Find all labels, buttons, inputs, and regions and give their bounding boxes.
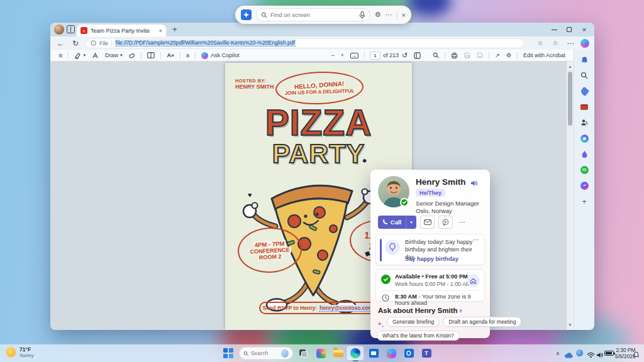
wifi-icon[interactable] (587, 349, 595, 361)
toolbox-icon[interactable] (579, 102, 589, 112)
work-location-home-button[interactable] (467, 274, 480, 287)
ask-copilot-button[interactable]: Ask Copilot (201, 52, 240, 59)
pdf-search-icon[interactable] (433, 52, 439, 58)
highlighter-dropdown-icon[interactable]: ▾ (83, 53, 86, 58)
start-button[interactable] (221, 346, 235, 360)
email-button[interactable] (420, 216, 435, 229)
microphone-icon[interactable] (359, 11, 365, 19)
photos-app-icon[interactable] (314, 346, 328, 360)
notifications-bell-icon[interactable] (579, 55, 589, 65)
birthday-accent-bar (380, 239, 382, 261)
drop-app-icon[interactable] (579, 149, 589, 159)
click-to-do-icon[interactable] (241, 9, 252, 20)
favorites-add-icon[interactable]: ☆ (535, 40, 545, 47)
taskbar-search-input[interactable] (251, 350, 279, 356)
poster-host-name: HENRY SMITH (235, 84, 274, 90)
highlighter-icon[interactable] (74, 52, 81, 59)
tray-chevron-icon[interactable]: ∧ (556, 351, 560, 356)
sidebar-search-icon[interactable] (579, 70, 589, 80)
pronounce-name-icon[interactable] (470, 178, 478, 190)
call-button[interactable]: Call (378, 216, 406, 229)
find-settings-icon[interactable]: ⚙ (375, 11, 381, 19)
profile-avatar-icon[interactable] (54, 25, 64, 35)
scrollbar[interactable]: ▲ ▼ (567, 62, 574, 330)
draw-dropdown-icon[interactable]: ▾ (120, 53, 123, 58)
file-explorer-icon[interactable] (331, 346, 345, 360)
toc-icon[interactable]: ≡ (58, 52, 62, 59)
maximize-button[interactable] (562, 23, 577, 36)
shopping-tag-icon[interactable] (579, 86, 589, 96)
notification-bell-icon[interactable] (633, 349, 640, 361)
person-edit-icon[interactable] (579, 118, 589, 128)
browser-more-icon[interactable]: ⋯ (565, 39, 575, 48)
messenger-icon[interactable] (579, 180, 589, 190)
weather-widget[interactable]: 71°F Sunny (6, 346, 34, 358)
battery-icon[interactable] (604, 351, 614, 356)
save-as-icon (477, 52, 483, 58)
refresh-button[interactable]: ↻ (70, 39, 80, 48)
scroll-up-icon[interactable]: ▲ (569, 63, 572, 70)
call-options-chevron[interactable]: ▾ (406, 216, 416, 229)
suggestion-chip[interactable]: Draft an agenda for meeting (443, 317, 521, 327)
read-aloud-icon[interactable]: A» (167, 52, 174, 58)
birthday-more-icon[interactable]: ⋯ (473, 236, 479, 243)
edge-app-icon-active[interactable] (347, 346, 364, 360)
print-icon[interactable] (451, 52, 458, 59)
add-text-icon[interactable]: a (186, 52, 189, 58)
minimize-button[interactable] (547, 23, 562, 36)
scroll-down-icon[interactable]: ▼ (569, 322, 572, 328)
fit-to-width-icon[interactable]: ↔ (350, 53, 358, 58)
outlook-app-icon[interactable]: O (402, 346, 416, 360)
find-close-icon[interactable]: × (402, 11, 406, 19)
find-search-box[interactable] (256, 8, 370, 21)
back-button[interactable]: ← (55, 39, 65, 48)
edit-with-acrobat-button[interactable]: Edit with Acrobat (523, 52, 565, 58)
chat-button[interactable] (438, 216, 453, 229)
suggestion-chip[interactable]: What's the latest from Kristin? (377, 331, 460, 341)
window-close-button[interactable]: × (577, 23, 592, 36)
browser-tab[interactable]: ≡ Team Pizza Party Invite × (77, 25, 166, 36)
page-number-input[interactable]: 1 (370, 52, 380, 60)
store-app-icon[interactable] (367, 346, 380, 360)
fullscreen-icon[interactable]: ↗ (495, 52, 500, 58)
teams-app-icon[interactable]: T (419, 346, 433, 360)
find-more-icon[interactable]: ⋯ (386, 11, 392, 19)
scrollbar-thumb[interactable] (568, 72, 572, 126)
ask-about-chevron-icon[interactable]: › (460, 306, 462, 315)
zoom-in-icon[interactable]: + (341, 52, 344, 58)
highlight-mode-icon[interactable] (92, 52, 99, 59)
sidebar-add-button[interactable]: + (579, 196, 589, 206)
profile-more-icon[interactable]: ⋯ (457, 218, 467, 226)
say-happy-birthday-link[interactable]: Say happy birthday (405, 256, 458, 262)
tab-actions-icon[interactable] (67, 25, 75, 33)
security-tray-icon[interactable] (576, 349, 583, 356)
poster-rsvp-pill: Send RSVP to Henry: henry@contoso.com (259, 302, 377, 314)
address-bar[interactable]: i File file:///D:/PDF/sample%20pdf/Willi… (86, 38, 524, 48)
designer-icon[interactable] (579, 133, 589, 143)
draw-label[interactable]: Draw (105, 52, 118, 58)
tab-title: Team Pizza Party Invite (91, 28, 156, 34)
divider (68, 52, 69, 59)
url-text[interactable]: file:///D:/PDF/sample%20pdf/William%20Sa… (115, 40, 296, 47)
favorites-icon[interactable]: ☆ (550, 40, 560, 47)
onedrive-icon[interactable] (565, 349, 574, 361)
page-view-icon[interactable] (147, 52, 155, 58)
local-time: 8:30 AM (395, 293, 417, 300)
availability-status: Available • Free at 5:00 PM (395, 273, 468, 280)
find-search-input[interactable] (270, 11, 356, 18)
zoom-out-icon[interactable]: – (331, 52, 335, 58)
rotate-icon[interactable]: ↺ (402, 52, 408, 60)
eraser-icon[interactable] (128, 52, 135, 59)
volume-icon[interactable] (596, 349, 604, 361)
pdf-settings-icon[interactable]: ⚙ (506, 52, 511, 58)
taskbar-search-box[interactable] (239, 347, 293, 359)
rsvp-email-link[interactable]: henry@contoso.com (319, 305, 374, 312)
task-view-button[interactable] (296, 346, 310, 360)
copilot-icon[interactable] (580, 39, 589, 48)
thumbnail-view-icon[interactable] (414, 52, 421, 59)
green-app-icon[interactable] (579, 165, 589, 175)
tab-close-icon[interactable]: × (159, 28, 162, 34)
new-tab-button[interactable]: + (172, 25, 177, 34)
copilot-app-icon[interactable] (384, 346, 398, 360)
suggestion-chip[interactable]: Generate briefing (387, 317, 440, 327)
